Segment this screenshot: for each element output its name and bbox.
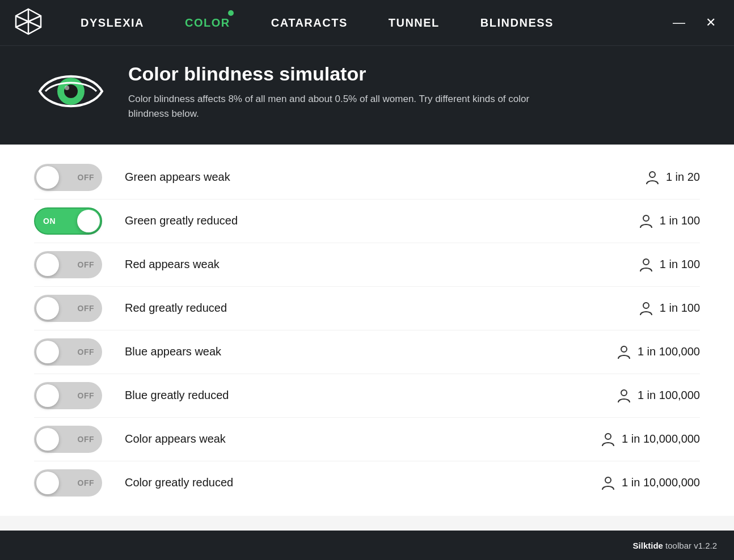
toggle-label-color-weak: OFF [78, 435, 95, 444]
toggle-color-reduced[interactable]: OFF [34, 469, 102, 497]
footer-text: Silktide toolbar v1.2.2 [633, 541, 717, 550]
row-label-blue-reduced: Blue greatly reduced [125, 389, 575, 402]
toggle-knob-blue-reduced [36, 384, 59, 407]
simulator-row: OFF Color appears weak 1 in 10,000,000 [34, 418, 700, 461]
svg-point-9 [643, 215, 649, 221]
svg-point-11 [643, 303, 649, 308]
toggle-knob-green-weak [36, 166, 59, 189]
toggle-label-green-reduced: ON [43, 217, 56, 226]
nav-item-color[interactable]: COLOR [164, 0, 251, 45]
toggle-label-blue-reduced: OFF [78, 391, 95, 400]
toggle-red-weak[interactable]: OFF [34, 251, 102, 278]
row-label-color-reduced: Color greatly reduced [125, 476, 575, 489]
footer-brand: Silktide [633, 541, 663, 550]
svg-point-12 [621, 346, 627, 352]
person-icon [616, 344, 632, 360]
row-label-red-reduced: Red greatly reduced [125, 302, 575, 315]
toggle-wrap-red-weak: OFF [34, 251, 108, 278]
row-label-blue-weak: Blue appears weak [125, 345, 575, 358]
nav-item-tunnel[interactable]: TUNNEL [368, 0, 460, 45]
nav-item-cataracts[interactable]: CATARACTS [251, 0, 368, 45]
header-text: Color blindness simulator Color blindnes… [128, 63, 559, 122]
person-icon [638, 300, 654, 316]
logo[interactable] [14, 7, 60, 39]
nav-items: DYSLEXIA COLOR CATARACTS TUNNEL BLINDNES… [60, 0, 668, 45]
toggle-wrap-blue-weak: OFF [34, 338, 108, 366]
simulator-row: OFF Blue greatly reduced 1 in 100,000 [34, 374, 700, 418]
toggle-blue-reduced[interactable]: OFF [34, 382, 102, 409]
person-icon [600, 431, 616, 447]
row-stat-color-reduced: 1 in 10,000,000 [575, 475, 700, 491]
eye-icon [34, 66, 108, 119]
toggle-knob-color-weak [36, 428, 59, 451]
toggle-color-weak[interactable]: OFF [34, 426, 102, 453]
person-icon [600, 475, 616, 491]
toggle-wrap-blue-reduced: OFF [34, 382, 108, 409]
row-label-color-weak: Color appears weak [125, 432, 575, 446]
toggle-knob-red-weak [36, 253, 59, 276]
person-icon [638, 213, 654, 229]
toggle-wrap-green-reduced: ON [34, 207, 108, 235]
row-label-green-weak: Green appears weak [125, 171, 575, 184]
simulator-row: OFF Green appears weak 1 in 20 [34, 156, 700, 200]
toggle-wrap-green-weak: OFF [34, 164, 108, 191]
simulator-row: OFF Blue appears weak 1 in 100,000 [34, 330, 700, 374]
row-stat-green-reduced: 1 in 100 [575, 213, 700, 229]
window-controls: — ✕ [668, 14, 720, 31]
row-stat-color-weak: 1 in 10,000,000 [575, 431, 700, 447]
minimize-button[interactable]: — [668, 14, 690, 31]
simulator-row: ON Green greatly reduced 1 in 100 [34, 200, 700, 243]
row-stat-red-weak: 1 in 100 [575, 257, 700, 273]
toggle-label-blue-weak: OFF [78, 347, 95, 357]
row-label-green-reduced: Green greatly reduced [125, 214, 575, 227]
toggle-label-green-weak: OFF [78, 173, 95, 182]
svg-point-7 [65, 86, 69, 90]
header-section: Color blindness simulator Color blindnes… [0, 45, 734, 145]
footer-version: toolbar v1.2.2 [663, 541, 717, 550]
nav-item-blindness[interactable]: BLINDNESS [460, 0, 574, 45]
toggle-knob-green-reduced [77, 210, 100, 232]
simulator-row: OFF Color greatly reduced 1 in 10,000,00… [34, 461, 700, 504]
toggle-green-reduced[interactable]: ON [34, 207, 102, 235]
toggle-label-red-reduced: OFF [78, 304, 95, 313]
page-title: Color blindness simulator [128, 63, 559, 85]
footer: Silktide toolbar v1.2.2 [0, 531, 734, 560]
close-button[interactable]: ✕ [701, 14, 720, 31]
row-stat-red-reduced: 1 in 100 [575, 300, 700, 316]
svg-point-14 [605, 434, 611, 439]
content-section: OFF Green appears weak 1 in 20 ON Green … [0, 145, 734, 516]
toggle-knob-color-reduced [36, 472, 59, 494]
row-stat-blue-reduced: 1 in 100,000 [575, 388, 700, 404]
page-description: Color blindness affects 8% of all men an… [128, 92, 559, 122]
toggle-wrap-color-reduced: OFF [34, 469, 108, 497]
active-dot [228, 10, 234, 16]
simulator-row: OFF Red appears weak 1 in 100 [34, 243, 700, 287]
toggle-red-reduced[interactable]: OFF [34, 295, 102, 322]
svg-point-15 [605, 477, 611, 483]
toggle-wrap-color-weak: OFF [34, 426, 108, 453]
toggle-blue-weak[interactable]: OFF [34, 338, 102, 366]
row-stat-green-weak: 1 in 20 [575, 169, 700, 185]
simulator-row: OFF Red greatly reduced 1 in 100 [34, 287, 700, 330]
row-label-red-weak: Red appears weak [125, 258, 575, 271]
svg-point-13 [621, 390, 627, 396]
toggle-knob-blue-weak [36, 341, 59, 363]
toggle-label-color-reduced: OFF [78, 478, 95, 487]
toggle-label-red-weak: OFF [78, 260, 95, 269]
person-icon [616, 388, 632, 404]
svg-point-10 [643, 259, 649, 265]
nav-item-dyslexia[interactable]: DYSLEXIA [60, 0, 164, 45]
row-stat-blue-weak: 1 in 100,000 [575, 344, 700, 360]
person-icon [644, 169, 660, 185]
toggle-wrap-red-reduced: OFF [34, 295, 108, 322]
toggle-green-weak[interactable]: OFF [34, 164, 102, 191]
top-navigation: DYSLEXIA COLOR CATARACTS TUNNEL BLINDNES… [0, 0, 734, 45]
toggle-knob-red-reduced [36, 297, 59, 320]
svg-point-8 [649, 172, 655, 177]
person-icon [638, 257, 654, 273]
